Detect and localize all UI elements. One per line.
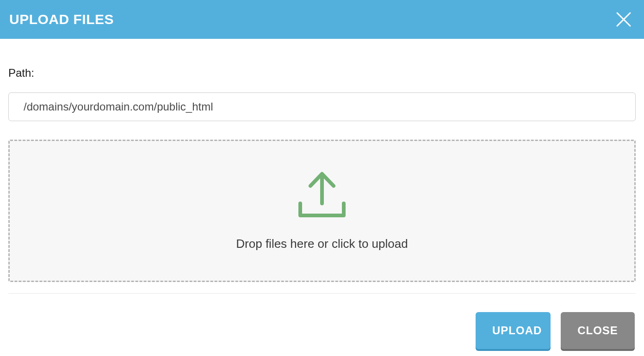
close-icon [615, 11, 632, 28]
modal-footer: UPLOAD CLOSE [0, 294, 644, 349]
path-label: Path: [8, 67, 636, 80]
dropzone-instruction: Drop files here or click to upload [236, 237, 408, 251]
close-icon-button[interactable] [615, 11, 632, 28]
close-button[interactable]: CLOSE [561, 312, 635, 349]
path-input[interactable] [8, 92, 636, 121]
upload-arrow-icon [297, 171, 347, 218]
modal-title: UPLOAD FILES [9, 12, 114, 27]
modal-body: Path: Drop files here or click to upload [0, 39, 644, 294]
dropzone[interactable]: Drop files here or click to upload [8, 140, 636, 282]
upload-button[interactable]: UPLOAD [476, 312, 551, 349]
modal-header: UPLOAD FILES [0, 0, 644, 39]
